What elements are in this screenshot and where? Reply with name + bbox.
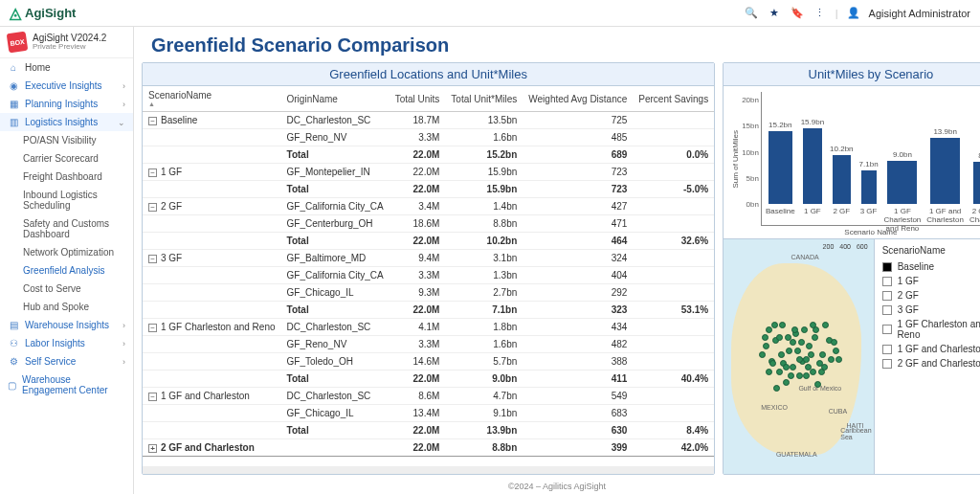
col-origin[interactable]: OriginName bbox=[281, 86, 390, 112]
nav-freight[interactable]: Freight Dashboard bbox=[0, 168, 133, 186]
top-right: 🔍 ★ 🔖 ⋮ | 👤 Agisight Administrator bbox=[744, 6, 970, 21]
table-row[interactable]: −BaselineDC_Charleston_SC18.7M13.5bn725 bbox=[143, 112, 714, 129]
expand-icon[interactable]: − bbox=[148, 203, 157, 212]
panel-chart-head: Unit*Miles by Scenario bbox=[724, 63, 980, 86]
checkbox-icon bbox=[882, 277, 892, 286]
nav-inbound[interactable]: Inbound Logistics Scheduling bbox=[0, 186, 133, 214]
chevron-right-icon: › bbox=[122, 357, 125, 367]
nav-wec[interactable]: ▢Warehouse Engagement Center bbox=[0, 370, 133, 399]
table-row[interactable]: −1 GF and CharlestonDC_Charleston_SC8.6M… bbox=[143, 388, 714, 405]
col-units[interactable]: Total Units bbox=[390, 86, 446, 112]
table-row[interactable]: −2 GFGF_California City_CA3.4M1.4bn427 bbox=[143, 198, 714, 215]
nav-safety[interactable]: Safety and Customs Dashboard bbox=[0, 214, 133, 243]
panel-locations-head: Greenfield Locations and Unit*Miles bbox=[143, 63, 714, 86]
legend-item[interactable]: 1 GF Charleston and Reno bbox=[882, 317, 980, 342]
table-row[interactable]: GF_Centerburg_OH18.6M8.8bn471 bbox=[143, 215, 714, 233]
nav-exec[interactable]: ◉Executive Insights› bbox=[0, 77, 133, 95]
bar-col[interactable]: 10.2bn2 GF bbox=[830, 145, 853, 225]
y-axis: 20bn15bn10bn5bn0bn bbox=[742, 92, 761, 226]
top-bar: ◬ AgiSight 🔍 ★ 🔖 ⋮ | 👤 Agisight Administ… bbox=[0, 0, 980, 27]
nav-cost[interactable]: Cost to Serve bbox=[0, 280, 133, 298]
legend-item[interactable]: 1 GF bbox=[882, 274, 980, 288]
expand-icon[interactable]: − bbox=[148, 324, 157, 332]
user-icon[interactable]: 👤 bbox=[846, 6, 861, 21]
table-row[interactable]: −1 GF Charleston and RenoDC_Charleston_S… bbox=[143, 319, 714, 336]
nav-labor[interactable]: ⚇Labor Insights› bbox=[0, 334, 133, 352]
col-unitmiles[interactable]: Total Unit*Miles bbox=[445, 86, 523, 112]
table-row[interactable]: GF_Chicago_IL13.4M9.1bn683 bbox=[143, 405, 714, 422]
bar-col[interactable]: 7.1bn3 GF bbox=[859, 160, 879, 226]
map[interactable]: 200400600 CANADA MEXICO CUBA Gulf of Mex… bbox=[724, 239, 875, 474]
nav-logistics[interactable]: ▥Logistics Insights⌄ bbox=[0, 113, 133, 131]
table-row[interactable]: GF_California City_CA3.3M1.3bn404 bbox=[143, 267, 714, 284]
nav-netopt[interactable]: Network Optimization bbox=[0, 243, 133, 261]
legend-item[interactable]: 1 GF and Charleston bbox=[882, 342, 980, 356]
nav-home[interactable]: ⌂Home bbox=[0, 58, 133, 77]
nav-po[interactable]: PO/ASN Visibility bbox=[0, 131, 133, 149]
nav-hub[interactable]: Hub and Spoke bbox=[0, 298, 133, 316]
expand-icon[interactable]: − bbox=[148, 393, 157, 401]
table-row[interactable]: GF_Chicago_IL9.3M2.7bn292 bbox=[143, 284, 714, 302]
col-scenario[interactable]: ScenarioName▲ bbox=[143, 86, 281, 112]
nav-greenfield[interactable]: Greenfield Analysis bbox=[0, 261, 133, 280]
nav-plan[interactable]: ▦Planning Insights› bbox=[0, 95, 133, 113]
more-icon[interactable]: ⋮ bbox=[813, 6, 828, 21]
chart-bars: 15.2bnBaseline15.9bn1 GF10.2bn2 GF7.1bn3… bbox=[761, 92, 980, 226]
table-row[interactable]: −3 GFGF_Baltimore_MD9.4M3.1bn324 bbox=[143, 250, 714, 267]
chevron-right-icon: › bbox=[122, 81, 125, 91]
brand-text: AgiSight bbox=[25, 6, 76, 20]
table-row[interactable]: Total22.0M15.9bn723-5.0% bbox=[143, 181, 714, 198]
h-scrollbar[interactable] bbox=[143, 466, 714, 474]
expand-icon[interactable]: − bbox=[148, 117, 157, 125]
nav-warehouse[interactable]: ▤Warehouse Insights› bbox=[0, 316, 133, 334]
table-row[interactable]: Total22.0M15.2bn6890.0% bbox=[143, 146, 714, 164]
col-dist[interactable]: Weighted Avg Distance bbox=[523, 86, 633, 112]
home-icon: ⌂ bbox=[8, 62, 19, 73]
table-row[interactable]: +2 GF and Charleston22.0M8.8bn39942.0% bbox=[143, 439, 714, 457]
locations-table: ScenarioName▲ OriginName Total Units Tot… bbox=[143, 86, 714, 457]
legend-title: ScenarioName bbox=[882, 245, 980, 256]
bar-col[interactable]: 15.2bnBaseline bbox=[766, 121, 795, 225]
table-row[interactable]: −1 GFGF_Montepelier_IN22.0M15.9bn723 bbox=[143, 164, 714, 181]
panel-chart: Unit*Miles by Scenario Sum of UnitMiles … bbox=[723, 62, 980, 475]
legend-item[interactable]: 2 GF bbox=[882, 288, 980, 303]
col-saving[interactable]: Percent Savings bbox=[633, 86, 714, 112]
table-row[interactable]: GF_Toledo_OH14.6M5.7bn388 bbox=[143, 353, 714, 370]
bar-col[interactable]: 9.0bn1 GF Charleston and Reno bbox=[884, 150, 922, 225]
expand-icon[interactable]: − bbox=[148, 168, 157, 177]
table-row[interactable]: GF_Reno_NV3.3M1.6bn482 bbox=[143, 336, 714, 353]
brand-icon: ◬ bbox=[10, 4, 21, 22]
checkbox-icon bbox=[882, 262, 892, 272]
table-row[interactable]: Total22.0M10.2bn46432.6% bbox=[143, 233, 714, 250]
user-name[interactable]: Agisight Administrator bbox=[869, 8, 970, 19]
table-scroll[interactable]: ScenarioName▲ OriginName Total Units Tot… bbox=[143, 86, 714, 466]
table-row[interactable]: GF_Reno_NV3.3M1.6bn485 bbox=[143, 129, 714, 146]
bookmark-icon[interactable]: 🔖 bbox=[790, 6, 805, 21]
bar-col[interactable]: 15.9bn1 GF bbox=[801, 118, 824, 226]
table-row[interactable]: Total22.0M9.0bn41140.4% bbox=[143, 370, 714, 388]
expand-icon[interactable]: + bbox=[148, 444, 157, 453]
checkbox-icon bbox=[882, 325, 892, 334]
app-label: BOX AgiSight V2024.2Private Preview bbox=[0, 27, 133, 58]
legend-item[interactable]: 3 GF bbox=[882, 303, 980, 317]
nav-self[interactable]: ⚙Self Service› bbox=[0, 352, 133, 370]
y-axis-label: Sum of UnitMiles bbox=[731, 130, 740, 188]
legend-item[interactable]: 2 GF and Charleston bbox=[882, 356, 980, 370]
table-row[interactable]: Total22.0M13.9bn6308.4% bbox=[143, 422, 714, 439]
legend-item[interactable]: Baseline bbox=[882, 259, 980, 274]
bar-col[interactable]: 8.8bn2 GF and Charleston bbox=[969, 151, 980, 225]
chevron-right-icon: › bbox=[122, 100, 125, 109]
table-row[interactable]: Total22.0M7.1bn32353.1% bbox=[143, 302, 714, 319]
map-dots bbox=[724, 239, 874, 474]
search-icon[interactable]: 🔍 bbox=[744, 6, 759, 21]
panel-locations: Greenfield Locations and Unit*Miles Scen… bbox=[142, 62, 715, 475]
app-badge-icon: BOX bbox=[7, 32, 29, 54]
sort-icon: ▲ bbox=[148, 101, 276, 107]
screen-icon: ▢ bbox=[8, 380, 16, 391]
truck-icon: ▥ bbox=[8, 117, 19, 127]
expand-icon[interactable]: − bbox=[148, 255, 157, 263]
bar-col[interactable]: 13.9bn1 GF and Charleston bbox=[926, 127, 964, 226]
star-icon[interactable]: ★ bbox=[767, 6, 782, 21]
nav-carrier[interactable]: Carrier Scorecard bbox=[0, 149, 133, 168]
checkbox-icon bbox=[882, 305, 892, 315]
